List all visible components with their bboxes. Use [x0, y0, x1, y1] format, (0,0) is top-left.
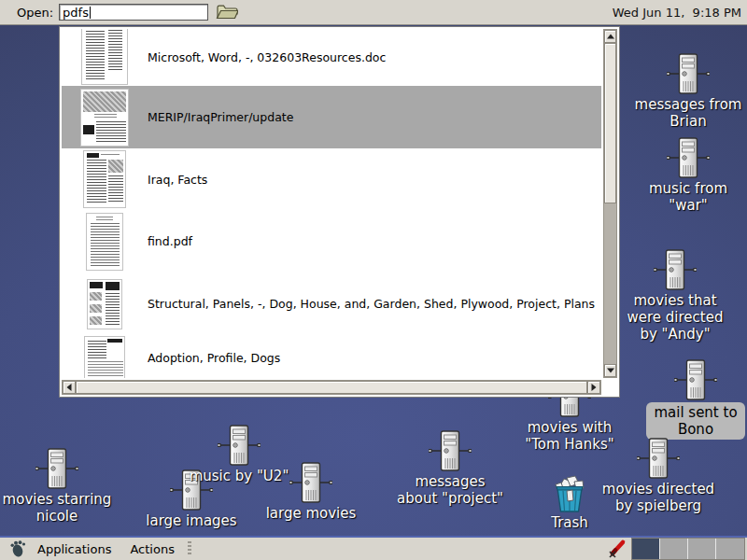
icon-label: music by "U2" — [190, 468, 289, 484]
result-label: Adoption, Profile, Dogs — [148, 351, 601, 365]
desktop-icon-messages-about-project[interactable]: messages about "project" — [389, 429, 511, 507]
desktop-icon-trash[interactable]: Trash — [509, 472, 630, 531]
computer-icon — [35, 447, 78, 490]
top-bar: Open: pdfs Wed Jun 11, 9:18 PM — [0, 0, 747, 25]
workspace-switcher[interactable] — [631, 538, 745, 560]
open-label: Open: — [17, 6, 53, 20]
text-caret — [90, 7, 91, 19]
result-label: Structural, Panels, -, Dog, House, and, … — [148, 297, 601, 311]
desktop-icon-messages-from-brian[interactable]: messages from Brian — [627, 52, 747, 130]
icon-label: messages about "project" — [397, 473, 503, 507]
result-row-selected[interactable]: MERIP/IraqPrimer/update — [62, 86, 601, 148]
result-row[interactable]: Structural, Panels, -, Dog, House, and, … — [62, 273, 601, 335]
scroll-left-button[interactable] — [63, 381, 76, 394]
document-thumbnail — [62, 210, 148, 273]
icon-label: messages from Brian — [635, 96, 742, 130]
scroll-down-button[interactable] — [604, 364, 616, 377]
computer-icon — [674, 358, 717, 401]
icon-label: movies starring nicole — [3, 491, 112, 525]
results-list: Microsoft, Word, -, 032603Resources.doc … — [62, 29, 601, 378]
document-thumbnail — [62, 273, 148, 335]
red-crayon-icon[interactable] — [607, 539, 627, 559]
computer-icon — [667, 136, 710, 179]
panel-drag-handle[interactable] — [188, 541, 191, 556]
result-label: MERIP/IraqPrimer/update — [148, 110, 601, 124]
scroll-right-button[interactable] — [587, 381, 600, 394]
desktop: messages from Brian music from "war" mov… — [0, 0, 747, 560]
search-results-dropdown: Microsoft, Word, -, 032603Resources.doc … — [59, 26, 620, 398]
vertical-scrollbar[interactable] — [603, 29, 617, 378]
icon-label: mail sent to Bono — [646, 402, 744, 440]
gnome-footprint-icon — [7, 539, 28, 558]
result-label: Microsoft, Word, -, 032603Resources.doc — [148, 50, 601, 64]
clock: Wed Jun 11, 9:18 PM — [613, 6, 741, 20]
workspace-3[interactable] — [688, 539, 716, 559]
document-thumbnail — [62, 86, 148, 148]
icon-label: large images — [146, 512, 236, 529]
computer-icon — [637, 437, 680, 480]
folder-icon — [216, 3, 238, 21]
result-label: Iraq, Facts — [148, 173, 601, 187]
result-label: find.pdf — [148, 234, 601, 248]
browse-folder-button[interactable] — [216, 3, 238, 21]
open-input[interactable]: pdfs — [59, 4, 208, 21]
document-thumbnail — [62, 335, 148, 378]
desktop-icon-mail-sent-to-bono[interactable]: mail sent to Bono — [635, 358, 747, 440]
horizontal-scrollbar[interactable] — [62, 380, 601, 395]
document-thumbnail — [62, 29, 148, 86]
icon-label: music from "war" — [649, 180, 727, 214]
vertical-scrollbar-thumb[interactable] — [604, 43, 616, 203]
desktop-icon-music-from-war[interactable]: music from "war" — [627, 136, 747, 214]
document-thumbnail — [62, 148, 148, 210]
computer-icon — [667, 52, 710, 95]
result-row[interactable]: Iraq, Facts — [62, 148, 601, 210]
icon-label: large movies — [266, 505, 357, 522]
computer-icon — [429, 429, 472, 472]
workspace-4[interactable] — [716, 539, 744, 559]
open-input-value: pdfs — [63, 6, 89, 20]
icon-label: movies that were directed by "Andy" — [627, 292, 724, 343]
taskbar: Applications Actions — [0, 536, 747, 560]
trash-icon — [548, 472, 591, 513]
computer-icon — [654, 248, 697, 291]
menu-actions[interactable]: Actions — [120, 538, 184, 560]
scroll-up-button[interactable] — [604, 30, 616, 43]
horizontal-scrollbar-thumb[interactable] — [76, 381, 587, 394]
result-row[interactable]: Adoption, Profile, Dogs — [62, 335, 601, 378]
desktop-icon-movies-starring-nicole[interactable]: movies starring nicole — [0, 447, 118, 525]
workspace-1[interactable] — [632, 539, 660, 559]
desktop-icon-movies-directed-by-andy[interactable]: movies that were directed by "Andy" — [614, 248, 736, 343]
menu-applications[interactable]: Applications — [28, 538, 120, 560]
desktop-icon-music-by-u2[interactable]: music by "U2" — [178, 424, 300, 484]
result-row[interactable]: find.pdf — [62, 210, 601, 273]
computer-icon — [218, 424, 261, 467]
icon-label: Trash — [551, 514, 588, 531]
workspace-2[interactable] — [660, 539, 688, 559]
result-row[interactable]: Microsoft, Word, -, 032603Resources.doc — [62, 29, 601, 86]
